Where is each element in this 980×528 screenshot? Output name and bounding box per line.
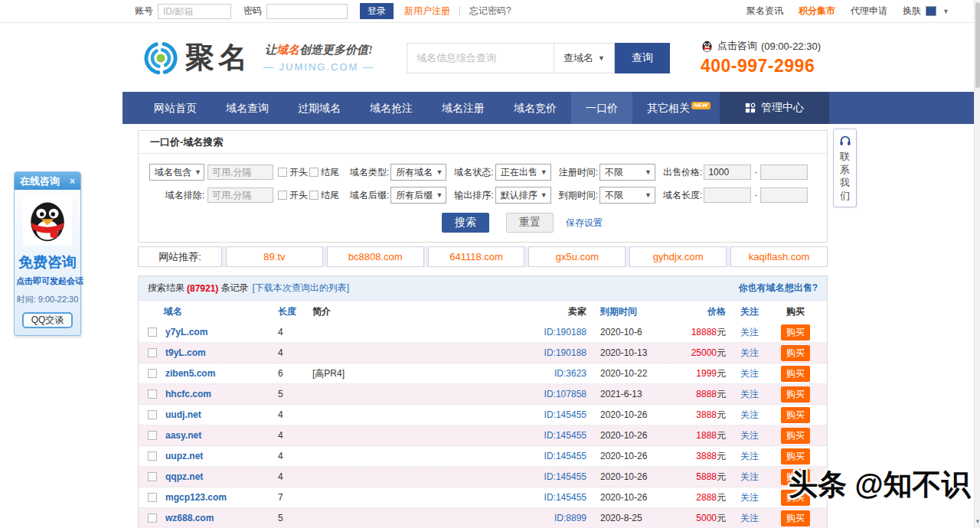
reg-time-select[interactable]: 不限▼ bbox=[599, 164, 655, 181]
seller-id-link[interactable]: ID:145455 bbox=[544, 409, 586, 420]
recommend-site-link[interactable]: 89.tv bbox=[263, 251, 285, 262]
consult-link[interactable]: 点击咨询 bbox=[717, 39, 757, 53]
follow-link[interactable]: 关注 bbox=[740, 347, 759, 358]
domain-link[interactable]: hhcfc.com bbox=[165, 389, 211, 399]
domain-search-input[interactable] bbox=[407, 43, 554, 73]
buy-button[interactable]: 购买 bbox=[781, 345, 810, 361]
domain-link[interactable]: t9yL.com bbox=[165, 347, 206, 358]
row-checkbox[interactable] bbox=[148, 493, 159, 502]
buy-button[interactable]: 购买 bbox=[781, 366, 810, 382]
buy-button[interactable]: 购买 bbox=[781, 448, 810, 464]
seller-id-link[interactable]: ID:145455 bbox=[544, 471, 586, 482]
chevron-down-icon[interactable]: ▼ bbox=[942, 8, 949, 15]
buy-button[interactable]: 购买 bbox=[781, 428, 810, 444]
row-checkbox[interactable] bbox=[148, 369, 159, 378]
recommend-site-link[interactable]: gx5u.com bbox=[556, 251, 599, 262]
scrollbar-down-arrow[interactable]: ▼ bbox=[975, 518, 980, 525]
start-chat-text[interactable]: 点击即可发起会话 bbox=[16, 275, 79, 287]
seller-id-link[interactable]: ID:145455 bbox=[544, 451, 586, 461]
row-checkbox[interactable] bbox=[148, 472, 159, 481]
register-link[interactable]: 新用户注册 bbox=[404, 5, 450, 18]
follow-link[interactable]: 关注 bbox=[740, 327, 759, 337]
domain-link[interactable]: mgcp123.com bbox=[165, 492, 227, 503]
seller-id-link[interactable]: ID:107858 bbox=[544, 389, 586, 399]
exclude-starts-checkbox[interactable]: 开头 bbox=[278, 189, 308, 202]
seller-id-link[interactable]: ID:190188 bbox=[544, 347, 586, 358]
col-domain[interactable]: 域名 bbox=[164, 305, 182, 318]
ends-with-checkbox[interactable]: 结尾 bbox=[309, 166, 339, 179]
topbar-link[interactable]: 代理申请 bbox=[851, 5, 887, 18]
account-input[interactable] bbox=[158, 4, 231, 19]
follow-link[interactable]: 关注 bbox=[740, 368, 759, 379]
buy-button[interactable]: 购买 bbox=[781, 324, 810, 341]
nav-item[interactable]: 网站首页 bbox=[139, 92, 211, 124]
follow-link[interactable]: 关注 bbox=[740, 389, 759, 399]
recommend-site-link[interactable]: bc8808.com bbox=[348, 251, 403, 262]
filter-search-button[interactable]: 搜索 bbox=[442, 213, 489, 233]
col-expire[interactable]: 到期时间 bbox=[600, 306, 637, 317]
qq-penguin-image[interactable] bbox=[23, 197, 72, 246]
row-checkbox[interactable] bbox=[148, 348, 159, 357]
domain-link[interactable]: ziben5.com bbox=[165, 368, 215, 379]
price-max-input[interactable] bbox=[760, 165, 808, 180]
nav-item[interactable]: 其它相关NEW bbox=[632, 92, 725, 124]
forgot-password-link[interactable]: 忘记密码? bbox=[469, 5, 511, 18]
domain-link[interactable]: aasy.net bbox=[165, 430, 201, 441]
search-type-select[interactable]: 查域名 ▼ bbox=[554, 43, 615, 73]
topbar-link[interactable]: 积分集市 bbox=[799, 5, 835, 18]
contains-input[interactable] bbox=[207, 165, 273, 180]
seller-id-link[interactable]: ID:145455 bbox=[544, 430, 586, 441]
buy-button[interactable]: 购买 bbox=[781, 407, 810, 423]
seller-id-link[interactable]: ID:145455 bbox=[544, 492, 586, 503]
col-length[interactable]: 长度 bbox=[278, 306, 296, 317]
domain-type-select[interactable]: 所有域名▼ bbox=[390, 164, 446, 181]
follow-link[interactable]: 关注 bbox=[740, 430, 759, 441]
free-consult-text[interactable]: 免费咨询 bbox=[16, 253, 79, 272]
starts-with-checkbox[interactable]: 开头 bbox=[278, 166, 308, 179]
length-min-input[interactable] bbox=[704, 187, 751, 203]
scrollbar[interactable]: ▼ bbox=[974, 0, 980, 528]
col-price[interactable]: 价格 bbox=[707, 306, 726, 317]
recommend-site-link[interactable]: kaqiflash.com bbox=[749, 251, 809, 262]
follow-link[interactable]: 关注 bbox=[740, 513, 759, 523]
domain-link[interactable]: wz688.com bbox=[165, 513, 214, 523]
download-list-link[interactable]: [下载本次查询出的列表] bbox=[252, 282, 349, 295]
skin-color-swatch[interactable] bbox=[926, 6, 936, 16]
seller-id-link[interactable]: ID:8899 bbox=[554, 513, 586, 523]
filter-reset-button[interactable]: 重置 bbox=[506, 213, 554, 233]
follow-link[interactable]: 关注 bbox=[740, 409, 759, 420]
logo[interactable]: 聚名 让域名创造更多价值! — JUMING.COM — bbox=[142, 38, 374, 77]
domain-link[interactable]: qqpz.net bbox=[165, 471, 203, 482]
suffix-select[interactable]: 所有后缀▼ bbox=[390, 187, 446, 204]
follow-link[interactable]: 关注 bbox=[740, 451, 759, 461]
length-max-input[interactable] bbox=[760, 187, 808, 203]
sort-select[interactable]: 默认排序▼ bbox=[495, 187, 551, 204]
row-checkbox[interactable] bbox=[148, 389, 159, 399]
row-checkbox[interactable] bbox=[148, 431, 159, 440]
row-checkbox[interactable] bbox=[148, 410, 159, 419]
seller-id-link[interactable]: ID:3623 bbox=[554, 368, 586, 379]
nav-item[interactable]: 域名抢注 bbox=[355, 92, 427, 124]
exclude-input[interactable] bbox=[207, 187, 273, 203]
recommend-site-link[interactable]: 641118.com bbox=[449, 251, 503, 262]
seller-id-link[interactable]: ID:190188 bbox=[544, 327, 586, 337]
row-checkbox[interactable] bbox=[148, 513, 159, 523]
close-icon[interactable]: × bbox=[67, 176, 77, 187]
buy-button[interactable]: 购买 bbox=[781, 510, 810, 526]
contains-mode-select[interactable]: 域名包含▼ bbox=[149, 164, 204, 181]
search-submit-button[interactable]: 查询 bbox=[615, 43, 670, 73]
domain-link[interactable]: y7yL.com bbox=[165, 327, 207, 337]
nav-item[interactable]: 一口价 bbox=[571, 92, 632, 124]
nav-item[interactable]: 过期域名 bbox=[283, 92, 355, 124]
exclude-ends-checkbox[interactable]: 结尾 bbox=[309, 189, 339, 202]
expire-time-select[interactable]: 不限▼ bbox=[599, 187, 655, 204]
save-settings-link[interactable]: 保存设置 bbox=[566, 217, 603, 230]
follow-link[interactable]: 关注 bbox=[740, 471, 759, 482]
topbar-link[interactable]: 聚名资讯 bbox=[746, 5, 783, 18]
nav-item[interactable]: 域名注册 bbox=[427, 92, 499, 124]
nav-item[interactable]: 域名查询 bbox=[211, 92, 283, 124]
contact-us-tab[interactable]: 联 系 我 们 bbox=[833, 129, 857, 207]
col-follow[interactable]: 关注 bbox=[740, 306, 759, 317]
skin-switcher[interactable]: 换肤 ▼ bbox=[903, 5, 949, 18]
price-min-input[interactable] bbox=[704, 165, 751, 180]
